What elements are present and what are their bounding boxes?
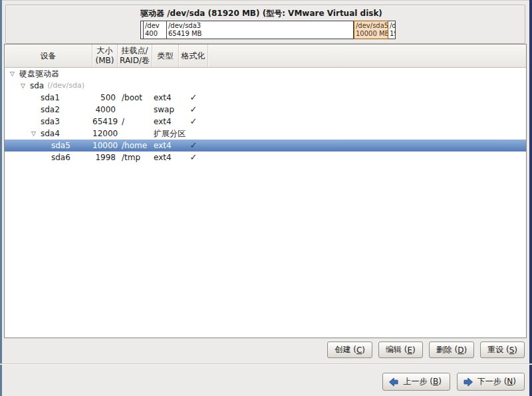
format-check-icon: ✓ <box>179 140 208 151</box>
button-label: 下一步 ( <box>477 377 507 386</box>
button-mnemonic: B <box>433 377 438 386</box>
mount-cell: /tmp <box>118 151 152 163</box>
button-label: 上一步 ( <box>403 377 433 386</box>
device-path-note: (/dev/sda) <box>47 80 84 92</box>
mount-cell: /home <box>118 140 152 151</box>
size-cell: 10000 <box>92 140 118 151</box>
button-label: ) <box>513 377 516 386</box>
header-label: (MB) <box>96 56 114 66</box>
header-label: 大小 <box>97 46 113 56</box>
button-label: ) <box>514 346 517 355</box>
table-row-sda6[interactable]: sda6 1998 /tmp ext4 ✓ <box>5 151 526 163</box>
table-header-row: 设备 大小(MB) 挂载点/RAID/卷 类型 格式化 <box>5 45 526 68</box>
segment-name: /dev/sda3 <box>168 22 353 30</box>
device-name: sda6 <box>51 151 70 163</box>
column-header-filler <box>208 45 526 67</box>
screen-edge-right <box>529 0 532 396</box>
format-check-icon: ✓ <box>179 92 208 104</box>
table-row-sda5-selected[interactable]: sda5 10000 /home ext4 ✓ <box>5 140 526 151</box>
bar-segment-sda6[interactable]: /d 19 <box>388 21 395 39</box>
header-label: 挂载点/ <box>121 46 148 56</box>
button-label: ) <box>464 346 467 355</box>
device-cell: ▽ sda4 <box>5 128 92 140</box>
table-row-sda4[interactable]: ▽ sda4 12000 扩展分区 <box>5 128 526 140</box>
next-button[interactable]: 下一步 (N) <box>457 373 525 391</box>
back-button[interactable]: 上一步 (B) <box>382 373 450 391</box>
format-check-icon: ✓ <box>179 151 208 163</box>
drive-summary-panel: 驱动器 /dev/sda (81920 MB) (型号: VMware Virt… <box>5 5 525 44</box>
table-row-sda[interactable]: ▽ sda (/dev/sda) <box>5 80 526 92</box>
segment-size: 400 <box>145 30 166 38</box>
device-cell: sda1 <box>5 92 92 104</box>
button-label: ) <box>438 377 442 386</box>
button-label: ) <box>412 346 416 355</box>
column-header-device[interactable]: 设备 <box>5 45 92 67</box>
segment-name: /d <box>390 22 395 30</box>
partition-table: 设备 大小(MB) 挂载点/RAID/卷 类型 格式化 ▽ 硬盘驱动器 ▽ sd… <box>4 44 527 338</box>
screen-edge-left <box>0 0 2 396</box>
segment-size: 19 <box>390 30 395 38</box>
bar-segment-sda3[interactable]: /dev/sda3 65419 MB <box>167 21 354 39</box>
bar-segment-sda2[interactable]: /dev 400 <box>144 21 167 39</box>
device-name: sda1 <box>41 92 60 104</box>
type-cell: ext4 <box>152 116 179 128</box>
table-row-sda1[interactable]: sda1 500 /boot ext4 ✓ <box>5 92 526 104</box>
device-name: sda <box>30 80 44 92</box>
reset-button[interactable]: 重设 (S) <box>480 342 525 358</box>
segment-size: 65419 MB <box>168 30 353 38</box>
device-cell: sda3 <box>5 116 92 128</box>
type-cell: ext4 <box>152 92 179 104</box>
mount-cell: / <box>118 116 152 128</box>
size-cell: 500 <box>92 92 118 104</box>
device-name: sda4 <box>41 128 60 140</box>
delete-button[interactable]: 删除 (D) <box>429 342 474 358</box>
expander-icon[interactable]: ▽ <box>21 80 30 92</box>
mount-cell: /boot <box>118 92 152 104</box>
header-label: 格式化 <box>182 51 205 61</box>
edit-button[interactable]: 编辑 (E) <box>378 342 423 358</box>
segment-name: /dev/sda5 <box>356 22 388 30</box>
segment-name: /dev <box>145 22 166 30</box>
bar-segment-sda5-selected[interactable]: /dev/sda5 10000 MB <box>354 21 388 39</box>
button-label: ) <box>362 346 365 355</box>
table-row-sda2[interactable]: sda2 4000 swap ✓ <box>5 104 526 116</box>
table-row-sda3[interactable]: sda3 65419 / ext4 ✓ <box>5 116 526 128</box>
button-mnemonic: S <box>509 346 515 355</box>
next-arrow-icon <box>463 377 473 387</box>
segment-size: 10000 MB <box>356 30 388 38</box>
button-mnemonic: N <box>507 377 513 386</box>
table-row-hard-drives[interactable]: ▽ 硬盘驱动器 <box>5 68 526 80</box>
size-cell: 4000 <box>92 104 118 116</box>
device-name: sda5 <box>51 140 70 151</box>
expander-icon[interactable]: ▽ <box>10 68 19 80</box>
device-name: sda3 <box>41 116 60 128</box>
format-check-icon: ✓ <box>179 116 208 128</box>
partition-action-bar: 创建 (C) 编辑 (E) 删除 (D) 重设 (S) <box>327 342 525 358</box>
size-cell: 12000 <box>92 128 118 140</box>
size-cell: 1998 <box>92 151 118 163</box>
header-label: 设备 <box>41 51 57 61</box>
button-mnemonic: C <box>356 346 362 355</box>
button-label: 重设 ( <box>487 344 509 355</box>
format-check-icon: ✓ <box>179 104 208 116</box>
create-button[interactable]: 创建 (C) <box>327 342 372 358</box>
type-cell: ext4 <box>152 151 179 163</box>
device-name: sda2 <box>41 104 60 116</box>
back-arrow-icon <box>388 377 399 387</box>
type-cell: 扩展分区 <box>152 128 179 140</box>
type-cell: ext4 <box>152 140 179 151</box>
size-cell: 65419 <box>92 116 118 128</box>
button-mnemonic: E <box>407 346 412 355</box>
column-header-mountpoint[interactable]: 挂载点/RAID/卷 <box>118 45 152 67</box>
device-cell: ▽ 硬盘驱动器 <box>5 68 92 80</box>
type-cell: swap <box>152 104 179 116</box>
header-label: 类型 <box>158 51 174 61</box>
column-header-format[interactable]: 格式化 <box>179 45 208 67</box>
screen-edge-top <box>0 0 532 1</box>
device-name: 硬盘驱动器 <box>19 68 59 80</box>
device-cell: sda5 <box>5 140 92 151</box>
column-header-size[interactable]: 大小(MB) <box>92 45 118 67</box>
column-header-type[interactable]: 类型 <box>152 45 179 67</box>
drive-title: 驱动器 /dev/sda (81920 MB) (型号: VMware Virt… <box>140 8 382 19</box>
expander-icon[interactable]: ▽ <box>31 128 41 140</box>
